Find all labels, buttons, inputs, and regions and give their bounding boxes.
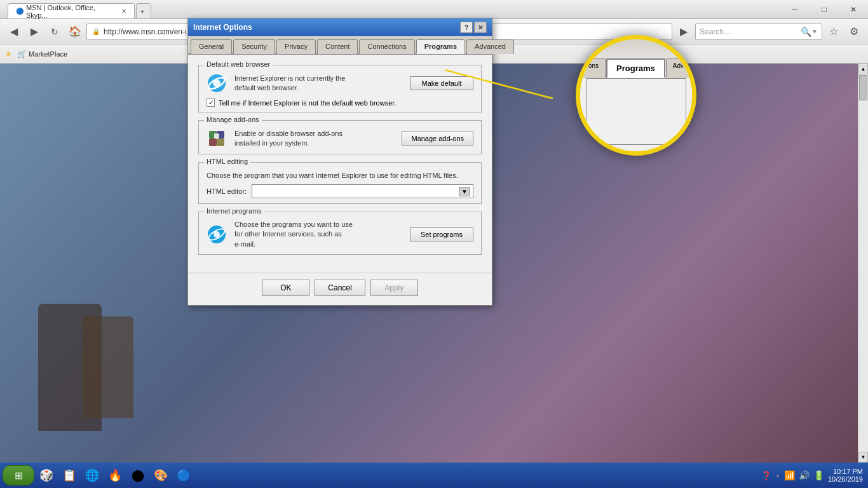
home-button[interactable]: 🏠 (66, 23, 84, 41)
svg-point-10 (214, 231, 220, 238)
dialog-titlebar: Internet Options ? ✕ (188, 18, 492, 36)
back-button[interactable]: ◀ (5, 23, 23, 41)
taskbar-expand-icon[interactable]: ▲ (775, 473, 780, 478)
dialog-tabs: General Security Privacy Content Connect… (188, 36, 492, 55)
set-programs-button[interactable]: Set programs (410, 227, 473, 241)
favorites-marketplace[interactable]: 🛒 MarketPlace (17, 50, 67, 58)
network-icon: 📶 (784, 470, 795, 480)
default-browser-row: Internet Explorer is not currently the d… (207, 73, 473, 93)
browser-tab-new[interactable]: + (136, 3, 151, 18)
tab-security[interactable]: Security (233, 39, 275, 54)
section-default-browser: Default web browser Internet Explorer is… (198, 65, 482, 112)
svg-point-2 (213, 79, 220, 87)
taskbar-icon-2[interactable]: 📋 (58, 465, 80, 485)
default-browser-text: Internet Explorer is not currently the d… (234, 74, 402, 93)
refresh-button[interactable]: ↻ (46, 23, 64, 41)
cancel-button[interactable]: Cancel (315, 280, 365, 296)
html-editing-text: Choose the program that you want Interne… (207, 172, 473, 179)
html-editor-select[interactable]: ▼ (252, 184, 473, 198)
section-default-browser-title: Default web browser (204, 60, 273, 68)
default-browser-checkbox[interactable]: ✓ (207, 98, 215, 107)
apply-button[interactable]: Apply (370, 280, 418, 296)
programs-row: Choose the programs you want to use for … (207, 220, 473, 249)
checkbox-row: ✓ Tell me if Internet Explorer is not th… (207, 98, 473, 107)
addons-text: Enable or disable browser add-ons instal… (234, 129, 394, 149)
tab-advanced[interactable]: Advanced (466, 39, 514, 54)
section-html-editing: HTML editing Choose the program that you… (198, 162, 482, 204)
addons-row: Enable or disable browser add-ons instal… (207, 128, 473, 149)
scroll-down-button[interactable]: ▼ (858, 452, 868, 463)
checkbox-label: Tell me if Internet Explorer is not the … (219, 99, 396, 107)
tab-privacy[interactable]: Privacy (276, 39, 316, 54)
dialog-close-button[interactable]: ✕ (474, 22, 487, 33)
close-button[interactable]: ✕ (839, 0, 868, 19)
scroll-track (858, 74, 868, 452)
select-dropdown-arrow[interactable]: ▼ (459, 187, 470, 196)
taskbar-icon-1[interactable]: 🎲 (36, 465, 57, 485)
taskbar-clock[interactable]: 10:17 PM 10/26/2019 (828, 468, 863, 483)
forward-button[interactable]: ▶ (25, 23, 43, 41)
section-internet-programs: Internet programs Choose the programs yo… (198, 212, 482, 255)
dialog-help-button[interactable]: ? (460, 22, 473, 33)
make-default-button[interactable]: Make default (410, 76, 473, 90)
taskbar-icon-chrome[interactable]: ⬤ (127, 465, 149, 485)
svg-rect-5 (209, 139, 217, 146)
minimize-button[interactable]: ─ (780, 0, 810, 19)
search-input[interactable]: Search... (700, 27, 801, 36)
ie-browser-icon (207, 73, 227, 93)
browser-tabs: 🔵 MSN | Outlook, Office, Skyp... ✕ + (8, 0, 153, 18)
favorites-button[interactable]: ☆ (825, 23, 843, 41)
section-programs-title: Internet programs (204, 207, 264, 215)
html-editor-row: HTML editor: ▼ (207, 184, 473, 198)
dialog-footer: OK Cancel Apply (188, 273, 492, 305)
html-editor-label: HTML editor: (207, 187, 247, 195)
search-submit-button[interactable]: 🔍 (801, 27, 811, 37)
addons-icon (207, 128, 227, 149)
section-addons-title: Manage add-ons (204, 116, 262, 123)
taskbar-icon-3[interactable]: 🌐 (81, 465, 103, 485)
dialog-title: Internet Options (193, 23, 252, 32)
browser-title-bar: 🔵 MSN | Outlook, Office, Skyp... ✕ + ─ □… (0, 0, 868, 19)
tab-programs[interactable]: Programs (416, 39, 465, 54)
tab-connections[interactable]: Connections (359, 39, 414, 54)
taskbar-icon-paint[interactable]: 🎨 (150, 465, 172, 485)
star-icon: ★ (5, 50, 12, 58)
tab-close-icon[interactable]: ✕ (121, 8, 126, 15)
manage-addons-button[interactable]: Manage add-ons (402, 132, 473, 146)
svg-rect-6 (217, 139, 224, 146)
programs-icon (207, 224, 227, 245)
taskbar-right-area: ❓ ▲ 📶 🔊 🔋 10:17 PM 10/26/2019 (756, 463, 868, 488)
taskbar-icon-firefox[interactable]: 🔥 (104, 465, 126, 485)
taskbar-icon-ie[interactable]: 🔵 (173, 465, 194, 485)
search-container: Search... 🔍 ▼ (695, 24, 822, 40)
taskbar-help-icon[interactable]: ❓ (761, 471, 771, 480)
address-go-button[interactable]: ▶ (675, 23, 693, 41)
marketplace-icon: 🛒 (17, 50, 27, 58)
scrollbar: ▲ ▼ (858, 64, 868, 463)
dialog-content: Default web browser Internet Explorer is… (188, 55, 492, 273)
player-figure-2 (83, 316, 133, 418)
browser-tab-msn[interactable]: 🔵 MSN | Outlook, Office, Skyp... ✕ (8, 3, 135, 18)
tab-content[interactable]: Content (317, 39, 358, 54)
windows-logo-icon: ⊞ (15, 470, 23, 482)
title-bar-controls: ─ □ ✕ (780, 0, 868, 19)
volume-icon[interactable]: 🔊 (799, 470, 810, 480)
tab-general[interactable]: General (191, 39, 232, 54)
internet-options-dialog[interactable]: Internet Options ? ✕ General Security Pr… (187, 18, 492, 306)
favorites-star[interactable]: ★ (5, 50, 12, 58)
section-manage-addons: Manage add-ons Enable or disable browser… (198, 120, 482, 154)
battery-icon: 🔋 (813, 470, 824, 480)
dialog-title-buttons: ? ✕ (460, 22, 487, 33)
ok-button[interactable]: OK (262, 280, 309, 296)
svg-rect-7 (214, 133, 219, 139)
section-html-title: HTML editing (204, 158, 250, 165)
tools-button[interactable]: ⚙ (845, 23, 863, 41)
scroll-thumb[interactable] (859, 75, 867, 100)
start-button[interactable]: ⊞ (3, 465, 34, 485)
scroll-up-button[interactable]: ▲ (858, 64, 868, 74)
maximize-button[interactable]: □ (810, 0, 839, 19)
taskbar: ⊞ 🎲 📋 🌐 🔥 ⬤ 🎨 🔵 ❓ ▲ 📶 🔊 🔋 10:17 PM 10/26… (0, 463, 868, 488)
search-dropdown-icon[interactable]: ▼ (811, 28, 818, 35)
programs-text: Choose the programs you want to use for … (234, 220, 402, 249)
